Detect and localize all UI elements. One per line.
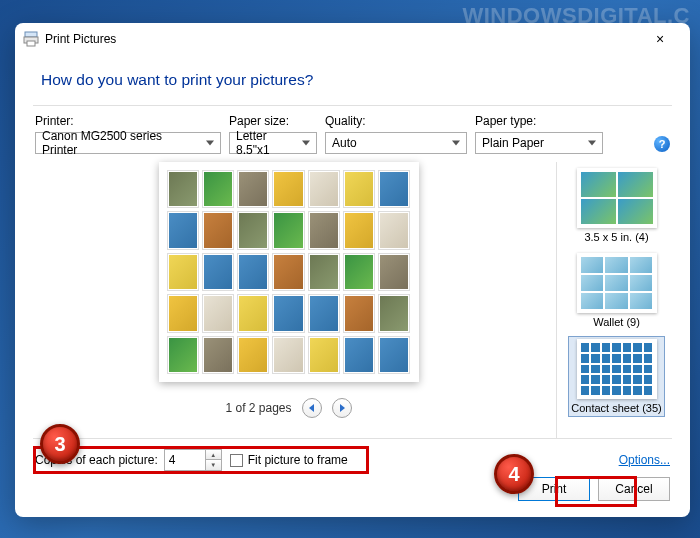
layout-thumb-icon: [577, 168, 657, 228]
printer-group: Printer: Canon MG2500 series Printer: [35, 114, 221, 154]
preview-thumb: [237, 170, 269, 208]
layout-thumb-icon: [577, 339, 657, 399]
dialog-content: How do you want to print your pictures? …: [15, 55, 690, 517]
quality-group: Quality: Auto: [325, 114, 467, 154]
titlebar: Print Pictures ×: [15, 23, 690, 55]
preview-thumb: [272, 253, 304, 291]
help-icon: ?: [659, 138, 666, 150]
layout-label: 3.5 x 5 in. (4): [584, 231, 648, 243]
preview-thumb: [237, 294, 269, 332]
spinner-down-button[interactable]: ▼: [206, 460, 221, 470]
preview-thumb: [237, 211, 269, 249]
svg-rect-0: [25, 32, 37, 37]
separator: [33, 105, 672, 106]
preview-thumb: [343, 170, 375, 208]
preview-thumb: [378, 253, 410, 291]
quality-select[interactable]: Auto: [325, 132, 467, 154]
copies-input[interactable]: [165, 450, 205, 470]
layout-label: Wallet (9): [593, 316, 640, 328]
preview-sheet: [159, 162, 419, 382]
preview-thumb: [308, 211, 340, 249]
preview-thumb: [343, 294, 375, 332]
paper-size-group: Paper size: Letter 8.5"x1: [229, 114, 317, 154]
preview-thumb: [272, 294, 304, 332]
print-settings-row: Printer: Canon MG2500 series Printer Pap…: [33, 114, 672, 162]
bottom-options-row: Copies of each picture: ▲ ▼ Fit picture …: [33, 438, 672, 477]
paper-type-label: Paper type:: [475, 114, 603, 128]
preview-thumb: [202, 253, 234, 291]
spinner-buttons: ▲ ▼: [205, 450, 221, 470]
paper-type-group: Paper type: Plain Paper: [475, 114, 603, 154]
preview-thumb: [272, 211, 304, 249]
layout-label: Contact sheet (35): [571, 402, 662, 414]
preview-thumb: [237, 253, 269, 291]
help-button[interactable]: ?: [654, 136, 670, 152]
preview-thumb: [202, 211, 234, 249]
arrow-left-icon: [308, 404, 316, 412]
preview-thumb: [308, 294, 340, 332]
preview-thumb: [167, 170, 199, 208]
pager-text: 1 of 2 pages: [225, 401, 291, 415]
prev-page-button[interactable]: [302, 398, 322, 418]
annotation-badge-4: 4: [494, 454, 534, 494]
paper-size-select[interactable]: Letter 8.5"x1: [229, 132, 317, 154]
layout-column[interactable]: 3.5 x 5 in. (4) Wallet (9): [556, 162, 672, 438]
preview-thumb: [378, 294, 410, 332]
copies-spinner: ▲ ▼: [164, 449, 222, 471]
svg-rect-2: [27, 41, 35, 46]
print-icon: [23, 31, 39, 47]
preview-thumb: [343, 211, 375, 249]
preview-thumb: [272, 336, 304, 374]
preview-thumb: [167, 211, 199, 249]
paper-size-label: Paper size:: [229, 114, 317, 128]
preview-thumb: [272, 170, 304, 208]
dialog-heading: How do you want to print your pictures?: [33, 55, 672, 105]
fit-frame-checkbox[interactable]: [230, 454, 243, 467]
preview-thumb: [378, 336, 410, 374]
fit-frame-group: Fit picture to frame: [230, 453, 348, 467]
annotation-badge-3: 3: [40, 424, 80, 464]
preview-thumb: [308, 336, 340, 374]
fit-frame-label: Fit picture to frame: [248, 453, 348, 467]
printer-label: Printer:: [35, 114, 221, 128]
layout-item-contact-sheet[interactable]: Contact sheet (35): [568, 336, 665, 417]
quality-label: Quality:: [325, 114, 467, 128]
preview-thumb: [202, 336, 234, 374]
dialog-title: Print Pictures: [45, 32, 638, 46]
preview-thumb: [378, 211, 410, 249]
next-page-button[interactable]: [332, 398, 352, 418]
preview-thumb: [167, 253, 199, 291]
close-button[interactable]: ×: [638, 25, 682, 53]
print-pictures-dialog: Print Pictures × How do you want to prin…: [15, 23, 690, 517]
layout-item-wallet[interactable]: Wallet (9): [575, 251, 659, 330]
preview-column: 1 of 2 pages: [33, 162, 544, 438]
preview-thumb: [308, 253, 340, 291]
preview-thumb: [378, 170, 410, 208]
preview-thumb: [167, 336, 199, 374]
printer-select[interactable]: Canon MG2500 series Printer: [35, 132, 221, 154]
layout-thumb-icon: [577, 253, 657, 313]
arrow-right-icon: [338, 404, 346, 412]
preview-thumb: [202, 294, 234, 332]
pager: 1 of 2 pages: [225, 398, 351, 418]
cancel-button[interactable]: Cancel: [598, 477, 670, 501]
preview-thumb: [343, 253, 375, 291]
preview-thumb: [237, 336, 269, 374]
dialog-buttons-row: Print Cancel: [33, 477, 672, 507]
preview-thumb: [343, 336, 375, 374]
paper-type-select[interactable]: Plain Paper: [475, 132, 603, 154]
spinner-up-button[interactable]: ▲: [206, 450, 221, 460]
main-area: 1 of 2 pages 3.5 x 5 in. (4): [33, 162, 672, 438]
preview-thumb: [202, 170, 234, 208]
preview-thumb: [167, 294, 199, 332]
layout-item-3x5[interactable]: 3.5 x 5 in. (4): [575, 166, 659, 245]
options-link[interactable]: Options...: [619, 453, 670, 467]
close-icon: ×: [656, 31, 664, 47]
preview-thumb: [308, 170, 340, 208]
